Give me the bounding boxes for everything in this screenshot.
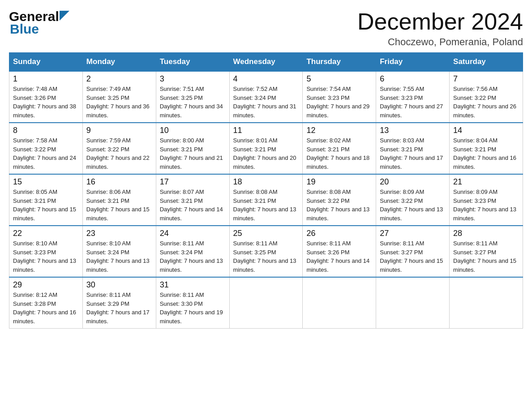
day-number: 31 [160, 280, 226, 290]
day-number: 13 [380, 126, 446, 135]
table-row [376, 277, 450, 329]
day-number: 24 [160, 229, 226, 238]
calendar-header-row: Sunday Monday Tuesday Wednesday Thursday… [9, 53, 523, 72]
day-number: 15 [13, 177, 79, 187]
day-info: Sunrise: 8:10 AMSunset: 3:24 PMDaylight:… [86, 239, 152, 274]
table-row: 15 Sunrise: 8:05 AMSunset: 3:21 PMDaylig… [9, 174, 83, 226]
day-number: 8 [13, 126, 79, 135]
day-info: Sunrise: 7:49 AMSunset: 3:25 PMDaylight:… [86, 85, 152, 120]
day-info: Sunrise: 8:11 AMSunset: 3:27 PMDaylight:… [453, 239, 519, 274]
day-number: 14 [453, 126, 519, 135]
day-info: Sunrise: 8:05 AMSunset: 3:21 PMDaylight:… [13, 188, 79, 223]
table-row: 16 Sunrise: 8:06 AMSunset: 3:21 PMDaylig… [82, 174, 156, 226]
week-row-3: 15 Sunrise: 8:05 AMSunset: 3:21 PMDaylig… [9, 174, 523, 226]
day-number: 4 [233, 74, 299, 84]
logo-blue-text: Blue [10, 21, 39, 37]
day-info: Sunrise: 8:11 AMSunset: 3:30 PMDaylight:… [160, 291, 226, 325]
day-number: 28 [453, 229, 519, 238]
day-number: 6 [380, 74, 446, 84]
table-row: 20 Sunrise: 8:09 AMSunset: 3:22 PMDaylig… [376, 174, 450, 226]
day-number: 20 [380, 177, 446, 187]
day-info: Sunrise: 8:08 AMSunset: 3:22 PMDaylight:… [306, 188, 372, 223]
table-row: 27 Sunrise: 8:11 AMSunset: 3:27 PMDaylig… [376, 226, 450, 277]
table-row: 14 Sunrise: 8:04 AMSunset: 3:21 PMDaylig… [450, 123, 523, 174]
day-number: 12 [306, 126, 372, 135]
svg-marker-0 [60, 11, 69, 21]
week-row-5: 29 Sunrise: 8:12 AMSunset: 3:28 PMDaylig… [9, 277, 523, 329]
day-info: Sunrise: 8:10 AMSunset: 3:23 PMDaylight:… [13, 239, 79, 274]
day-info: Sunrise: 8:12 AMSunset: 3:28 PMDaylight:… [13, 291, 79, 325]
day-info: Sunrise: 8:01 AMSunset: 3:21 PMDaylight:… [233, 136, 299, 171]
table-row: 22 Sunrise: 8:10 AMSunset: 3:23 PMDaylig… [9, 226, 83, 277]
table-row: 6 Sunrise: 7:55 AMSunset: 3:23 PMDayligh… [376, 71, 450, 123]
page-header: General Blue December 2024 Choczewo, Pom… [9, 9, 523, 48]
col-thursday: Thursday [303, 53, 376, 72]
day-info: Sunrise: 8:00 AMSunset: 3:21 PMDaylight:… [160, 136, 226, 171]
col-wednesday: Wednesday [229, 53, 303, 72]
day-number: 17 [160, 177, 226, 187]
table-row: 30 Sunrise: 8:11 AMSunset: 3:29 PMDaylig… [82, 277, 156, 329]
day-number: 11 [233, 126, 299, 135]
table-row: 26 Sunrise: 8:11 AMSunset: 3:26 PMDaylig… [303, 226, 376, 277]
week-row-2: 8 Sunrise: 7:58 AMSunset: 3:22 PMDayligh… [9, 123, 523, 174]
day-number: 5 [306, 74, 372, 84]
month-title: December 2024 [357, 9, 523, 34]
day-number: 10 [160, 126, 226, 135]
table-row: 19 Sunrise: 8:08 AMSunset: 3:22 PMDaylig… [303, 174, 376, 226]
day-info: Sunrise: 8:04 AMSunset: 3:21 PMDaylight:… [453, 136, 519, 171]
day-number: 9 [86, 126, 152, 135]
day-number: 25 [233, 229, 299, 238]
day-info: Sunrise: 7:51 AMSunset: 3:25 PMDaylight:… [160, 85, 226, 120]
table-row: 29 Sunrise: 8:12 AMSunset: 3:28 PMDaylig… [9, 277, 83, 329]
day-info: Sunrise: 8:11 AMSunset: 3:24 PMDaylight:… [160, 239, 226, 274]
table-row: 24 Sunrise: 8:11 AMSunset: 3:24 PMDaylig… [156, 226, 229, 277]
day-info: Sunrise: 8:07 AMSunset: 3:21 PMDaylight:… [160, 188, 226, 223]
table-row: 4 Sunrise: 7:52 AMSunset: 3:24 PMDayligh… [229, 71, 303, 123]
table-row: 23 Sunrise: 8:10 AMSunset: 3:24 PMDaylig… [82, 226, 156, 277]
col-monday: Monday [82, 53, 156, 72]
day-info: Sunrise: 7:54 AMSunset: 3:23 PMDaylight:… [306, 85, 372, 120]
table-row: 9 Sunrise: 7:59 AMSunset: 3:22 PMDayligh… [82, 123, 156, 174]
col-friday: Friday [376, 53, 450, 72]
day-number: 21 [453, 177, 519, 187]
table-row [450, 277, 523, 329]
table-row: 17 Sunrise: 8:07 AMSunset: 3:21 PMDaylig… [156, 174, 229, 226]
day-info: Sunrise: 7:48 AMSunset: 3:26 PMDaylight:… [13, 85, 79, 120]
table-row: 12 Sunrise: 8:02 AMSunset: 3:21 PMDaylig… [303, 123, 376, 174]
logo-arrow-icon [60, 11, 69, 21]
table-row: 5 Sunrise: 7:54 AMSunset: 3:23 PMDayligh… [303, 71, 376, 123]
day-number: 27 [380, 229, 446, 238]
day-number: 1 [13, 74, 79, 84]
title-section: December 2024 Choczewo, Pomerania, Polan… [357, 9, 523, 48]
calendar-table: Sunday Monday Tuesday Wednesday Thursday… [9, 52, 523, 329]
day-number: 23 [86, 229, 152, 238]
day-number: 22 [13, 229, 79, 238]
day-info: Sunrise: 7:55 AMSunset: 3:23 PMDaylight:… [380, 85, 446, 120]
table-row: 28 Sunrise: 8:11 AMSunset: 3:27 PMDaylig… [450, 226, 523, 277]
logo: General Blue [9, 9, 69, 37]
day-info: Sunrise: 8:06 AMSunset: 3:21 PMDaylight:… [86, 188, 152, 223]
table-row [303, 277, 376, 329]
week-row-1: 1 Sunrise: 7:48 AMSunset: 3:26 PMDayligh… [9, 71, 523, 123]
table-row: 31 Sunrise: 8:11 AMSunset: 3:30 PMDaylig… [156, 277, 229, 329]
day-number: 16 [86, 177, 152, 187]
day-info: Sunrise: 8:09 AMSunset: 3:22 PMDaylight:… [380, 188, 446, 223]
day-number: 3 [160, 74, 226, 84]
day-info: Sunrise: 7:52 AMSunset: 3:24 PMDaylight:… [233, 85, 299, 120]
location-title: Choczewo, Pomerania, Poland [357, 36, 523, 48]
table-row: 1 Sunrise: 7:48 AMSunset: 3:26 PMDayligh… [9, 71, 83, 123]
day-info: Sunrise: 8:02 AMSunset: 3:21 PMDaylight:… [306, 136, 372, 171]
day-info: Sunrise: 8:11 AMSunset: 3:27 PMDaylight:… [380, 239, 446, 274]
day-info: Sunrise: 8:03 AMSunset: 3:21 PMDaylight:… [380, 136, 446, 171]
day-info: Sunrise: 8:09 AMSunset: 3:23 PMDaylight:… [453, 188, 519, 223]
day-number: 18 [233, 177, 299, 187]
table-row: 2 Sunrise: 7:49 AMSunset: 3:25 PMDayligh… [82, 71, 156, 123]
table-row: 10 Sunrise: 8:00 AMSunset: 3:21 PMDaylig… [156, 123, 229, 174]
day-info: Sunrise: 7:59 AMSunset: 3:22 PMDaylight:… [86, 136, 152, 171]
day-number: 30 [86, 280, 152, 290]
table-row: 21 Sunrise: 8:09 AMSunset: 3:23 PMDaylig… [450, 174, 523, 226]
week-row-4: 22 Sunrise: 8:10 AMSunset: 3:23 PMDaylig… [9, 226, 523, 277]
table-row: 7 Sunrise: 7:56 AMSunset: 3:22 PMDayligh… [450, 71, 523, 123]
day-info: Sunrise: 8:11 AMSunset: 3:26 PMDaylight:… [306, 239, 372, 274]
table-row: 11 Sunrise: 8:01 AMSunset: 3:21 PMDaylig… [229, 123, 303, 174]
